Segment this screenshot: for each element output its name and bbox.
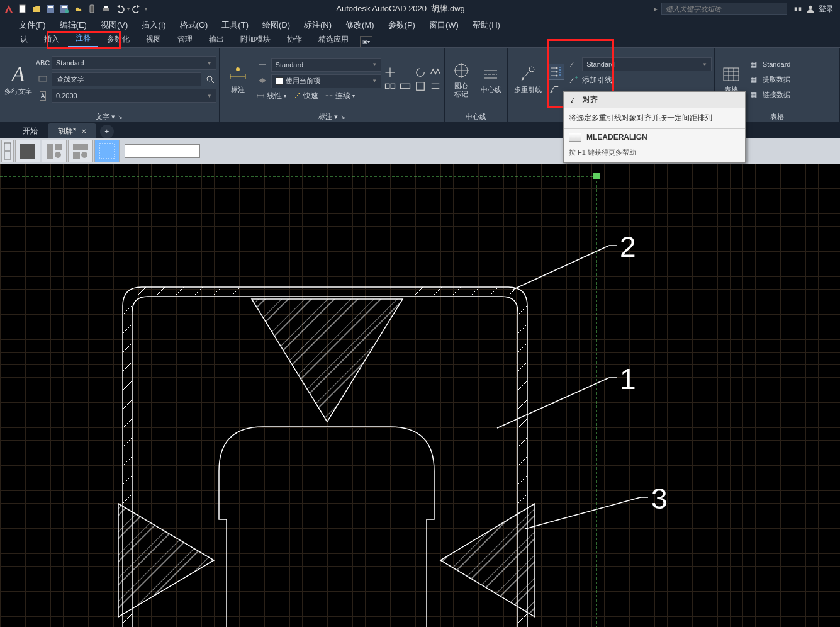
leader-2: 2 (513, 230, 636, 290)
dim-button[interactable]: 标注 (222, 50, 254, 108)
tooltip-help: 按 F1 键获得更多帮助 (564, 145, 745, 162)
menu-param[interactable]: 参数(P) (382, 18, 422, 33)
drawing-canvas[interactable]: 2 1 3 (0, 164, 840, 627)
tooltip-body: 将选定多重引线对象对齐并按一定间距排列 (564, 108, 745, 128)
search-icon[interactable] (204, 73, 216, 86)
dim-style-dropdown[interactable]: Standard▼ (271, 58, 382, 72)
tab-featured[interactable]: 精选应用 (311, 31, 356, 47)
text-style-icon[interactable]: ABC (36, 57, 49, 69)
svg-marker-121 (252, 299, 403, 422)
search-input[interactable]: 键入关键字或短语 (661, 3, 787, 15)
svg-line-117 (491, 287, 498, 295)
extract-icon[interactable]: ▦ (748, 73, 760, 86)
dim-continue-button[interactable]: 连续 ▾ (325, 91, 355, 101)
panel-centerline: 圆心 标记 中心线 中心线 (445, 48, 508, 122)
centerline-button[interactable]: 中心线 (478, 50, 505, 108)
open-icon[interactable] (30, 3, 43, 15)
menu-view[interactable]: 视图(V) (94, 18, 134, 33)
dim-tol2-icon[interactable] (399, 80, 412, 93)
leader-style-icon[interactable] (567, 58, 580, 71)
user-icon (806, 4, 815, 13)
vp-config-icon[interactable] (1, 140, 14, 162)
text-style-dropdown[interactable]: Standard▼ (52, 56, 216, 70)
menu-help[interactable]: 帮助(H) (466, 18, 507, 33)
extract-data-button[interactable]: 提取数据 (763, 75, 790, 84)
tab-default[interactable]: 认 (13, 31, 35, 47)
menu-window[interactable]: 窗口(W) (423, 18, 465, 33)
login-area[interactable]: 登录 (793, 4, 834, 14)
menu-format[interactable]: 格式(O) (174, 18, 215, 33)
dim-update-icon[interactable] (414, 66, 427, 79)
mleader-button[interactable]: 多重引线 (510, 50, 546, 108)
vp-four[interactable] (94, 140, 120, 162)
svg-text:2: 2 (620, 230, 636, 263)
redo-icon[interactable] (131, 3, 143, 15)
menu-draw[interactable]: 绘图(D) (256, 18, 296, 33)
save-icon[interactable] (44, 3, 57, 15)
dim-tol-icon[interactable] (384, 80, 396, 93)
svg-rect-33 (391, 84, 395, 89)
dim-layer-icon[interactable] (256, 75, 269, 88)
new-tab-button[interactable]: + (100, 125, 114, 138)
cloud-icon[interactable] (72, 3, 84, 15)
dim-layer-dropdown[interactable]: 使用当前项 ▼ (271, 74, 382, 88)
find-icon (36, 73, 49, 86)
svg-line-83 (123, 343, 132, 353)
text-height-dropdown[interactable]: 0.2000▼ (52, 89, 216, 103)
dim-break-icon[interactable] (384, 66, 396, 79)
svg-line-105 (518, 614, 527, 623)
svg-line-92 (123, 614, 132, 623)
menu-tools[interactable]: 工具(T) (215, 18, 255, 33)
vp-three[interactable] (68, 140, 93, 162)
tab-output[interactable]: 输出 (201, 31, 232, 47)
link-icon[interactable]: ▦ (748, 88, 760, 101)
tab-view[interactable]: 视图 (138, 31, 169, 47)
svg-line-98 (518, 381, 527, 390)
svg-rect-69 (73, 144, 88, 150)
saveas-icon[interactable] (58, 3, 70, 15)
tab-drawing[interactable]: 胡牌*✕ (48, 123, 96, 138)
dim-linear-button[interactable]: 线性 ▾ (256, 91, 286, 101)
mtext-button[interactable]: A 多行文字 (3, 50, 34, 108)
centermark-button[interactable]: 圆心 标记 (447, 50, 475, 108)
find-text-input[interactable]: 查找文字 (52, 72, 201, 86)
svg-rect-57 (724, 68, 739, 81)
tab-addins[interactable]: 附加模块 (233, 31, 278, 47)
leader-add-icon[interactable] (567, 74, 580, 86)
menu-file[interactable]: 文件(F) (13, 18, 52, 33)
menu-modify[interactable]: 修改(M) (339, 18, 381, 33)
vp-two[interactable] (42, 140, 67, 162)
vp-scale-dropdown[interactable] (125, 144, 200, 158)
svg-point-44 (529, 67, 534, 72)
dim-quick-button[interactable]: 快速 (293, 91, 318, 101)
svg-line-96 (518, 343, 527, 353)
tab-insert[interactable]: 插入 (36, 31, 67, 47)
tab-annotate[interactable]: 注释 (68, 30, 98, 47)
panel-dim-title[interactable]: 标注 ▾↘ (220, 111, 445, 122)
leader-align-button[interactable] (548, 64, 564, 80)
autocad-logo[interactable] (3, 3, 15, 15)
panel-text-title[interactable]: 文字 ▾↘ (0, 111, 219, 122)
mobile-icon[interactable] (86, 3, 98, 15)
tab-start[interactable]: 开始 (13, 123, 48, 138)
tab-manage[interactable]: 管理 (170, 31, 200, 47)
undo-icon[interactable] (113, 3, 126, 15)
menu-insert[interactable]: 插入(I) (135, 18, 172, 33)
leader-add-button[interactable]: 添加引线 (582, 75, 612, 86)
link-data-button[interactable]: 链接数据 (763, 90, 790, 99)
tab-extra[interactable]: ▣▾ (360, 36, 372, 47)
menu-dimension[interactable]: 标注(N) (298, 18, 338, 33)
tab-param[interactable]: 参数化 (99, 31, 137, 47)
dim-style-icon[interactable] (256, 59, 269, 71)
dim-space-icon[interactable] (429, 80, 442, 93)
tab-collab[interactable]: 协作 (279, 31, 310, 47)
leader-collect-button[interactable] (548, 82, 561, 95)
close-icon[interactable]: ✕ (81, 128, 86, 135)
new-icon[interactable] (16, 3, 29, 15)
vp-single[interactable] (15, 140, 40, 162)
dim-assoc-icon[interactable] (414, 80, 427, 93)
dim-jog-icon[interactable] (429, 66, 442, 79)
table-style-icon[interactable]: ▦ (748, 58, 760, 71)
print-icon[interactable] (99, 3, 112, 15)
leader-style-dropdown[interactable]: Standard▼ (582, 57, 712, 71)
